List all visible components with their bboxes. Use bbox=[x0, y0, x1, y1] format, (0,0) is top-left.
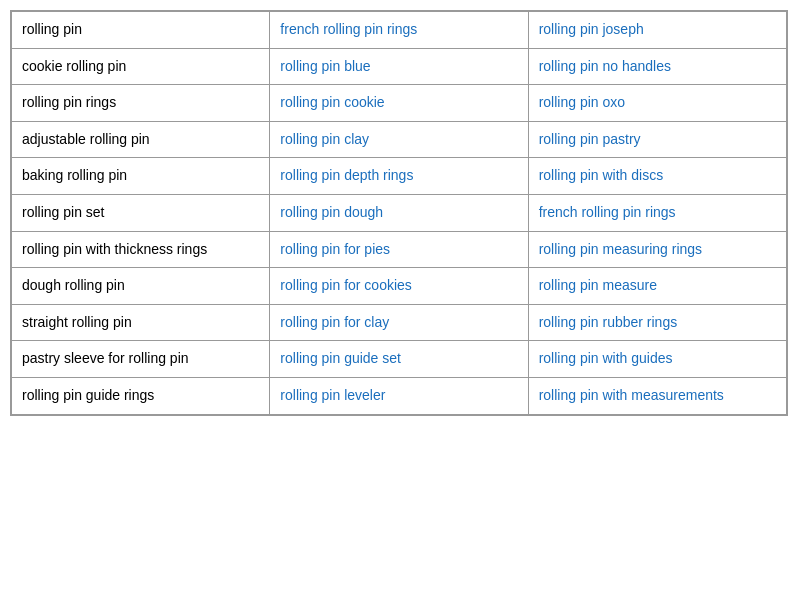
table-row: adjustable rolling pinrolling pin clayro… bbox=[12, 121, 787, 158]
cell-col3[interactable]: rolling pin pastry bbox=[528, 121, 786, 158]
cell-col2[interactable]: rolling pin for pies bbox=[270, 231, 528, 268]
cell-col3[interactable]: rolling pin with measurements bbox=[528, 377, 786, 414]
cell-col2[interactable]: rolling pin blue bbox=[270, 48, 528, 85]
cell-col1[interactable]: pastry sleeve for rolling pin bbox=[12, 341, 270, 378]
cell-col1[interactable]: adjustable rolling pin bbox=[12, 121, 270, 158]
cell-col3[interactable]: rolling pin joseph bbox=[528, 12, 786, 49]
cell-col1[interactable]: straight rolling pin bbox=[12, 304, 270, 341]
cell-col2[interactable]: rolling pin clay bbox=[270, 121, 528, 158]
table-row: rolling pin with thickness ringsrolling … bbox=[12, 231, 787, 268]
cell-col2[interactable]: rolling pin guide set bbox=[270, 341, 528, 378]
cell-col1[interactable]: dough rolling pin bbox=[12, 268, 270, 305]
cell-col1[interactable]: cookie rolling pin bbox=[12, 48, 270, 85]
cell-col2[interactable]: french rolling pin rings bbox=[270, 12, 528, 49]
cell-col3[interactable]: french rolling pin rings bbox=[528, 194, 786, 231]
cell-col2[interactable]: rolling pin for clay bbox=[270, 304, 528, 341]
cell-col2[interactable]: rolling pin for cookies bbox=[270, 268, 528, 305]
cell-col3[interactable]: rolling pin with guides bbox=[528, 341, 786, 378]
cell-col1[interactable]: baking rolling pin bbox=[12, 158, 270, 195]
cell-col3[interactable]: rolling pin measuring rings bbox=[528, 231, 786, 268]
cell-col1[interactable]: rolling pin rings bbox=[12, 85, 270, 122]
main-table-container: rolling pinfrench rolling pin ringsrolli… bbox=[10, 10, 788, 416]
table-row: rolling pin ringsrolling pin cookierolli… bbox=[12, 85, 787, 122]
cell-col2[interactable]: rolling pin cookie bbox=[270, 85, 528, 122]
cell-col3[interactable]: rolling pin oxo bbox=[528, 85, 786, 122]
table-row: straight rolling pinrolling pin for clay… bbox=[12, 304, 787, 341]
table-row: pastry sleeve for rolling pinrolling pin… bbox=[12, 341, 787, 378]
cell-col3[interactable]: rolling pin measure bbox=[528, 268, 786, 305]
table-row: rolling pin setrolling pin doughfrench r… bbox=[12, 194, 787, 231]
cell-col3[interactable]: rolling pin no handles bbox=[528, 48, 786, 85]
cell-col1[interactable]: rolling pin with thickness rings bbox=[12, 231, 270, 268]
search-terms-table: rolling pinfrench rolling pin ringsrolli… bbox=[11, 11, 787, 415]
cell-col3[interactable]: rolling pin with discs bbox=[528, 158, 786, 195]
table-row: dough rolling pinrolling pin for cookies… bbox=[12, 268, 787, 305]
cell-col2[interactable]: rolling pin depth rings bbox=[270, 158, 528, 195]
table-row: baking rolling pinrolling pin depth ring… bbox=[12, 158, 787, 195]
cell-col1[interactable]: rolling pin bbox=[12, 12, 270, 49]
cell-col3[interactable]: rolling pin rubber rings bbox=[528, 304, 786, 341]
cell-col1[interactable]: rolling pin set bbox=[12, 194, 270, 231]
table-row: rolling pinfrench rolling pin ringsrolli… bbox=[12, 12, 787, 49]
table-row: rolling pin guide ringsrolling pin level… bbox=[12, 377, 787, 414]
cell-col2[interactable]: rolling pin leveler bbox=[270, 377, 528, 414]
cell-col2[interactable]: rolling pin dough bbox=[270, 194, 528, 231]
table-row: cookie rolling pinrolling pin bluerollin… bbox=[12, 48, 787, 85]
cell-col1[interactable]: rolling pin guide rings bbox=[12, 377, 270, 414]
